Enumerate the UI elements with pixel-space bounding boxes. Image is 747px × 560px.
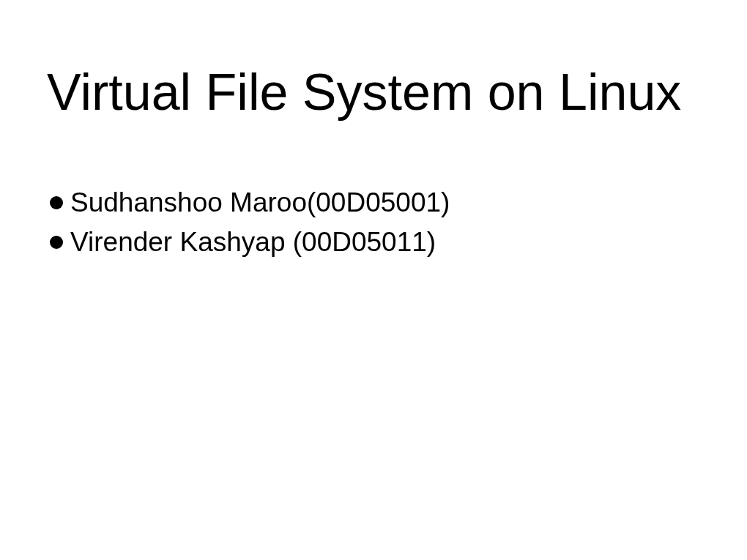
slide-title: Virtual File System on Linux: [47, 61, 700, 123]
bullet-text: Virender Kashyap (00D05011): [70, 224, 436, 261]
bullet-list: Sudhanshoo Maroo(00D05001) Virender Kash…: [47, 184, 700, 261]
bullet-text: Sudhanshoo Maroo(00D05001): [70, 184, 450, 221]
bullet-icon: [50, 236, 63, 249]
list-item: Sudhanshoo Maroo(00D05001): [50, 184, 700, 221]
list-item: Virender Kashyap (00D05011): [50, 224, 700, 261]
bullet-icon: [50, 196, 63, 209]
